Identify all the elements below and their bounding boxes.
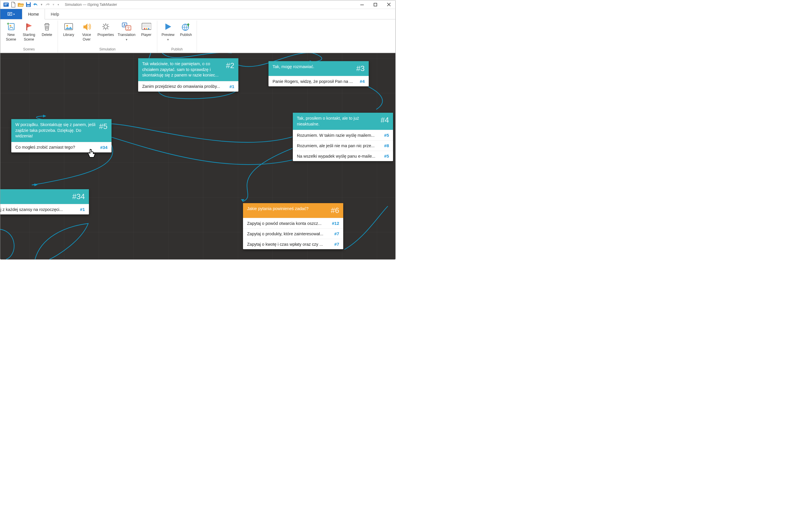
svg-rect-23 xyxy=(143,24,150,28)
preview-icon xyxy=(163,22,173,32)
library-label: Library xyxy=(63,33,74,37)
node-response-row[interactable]: Rozumiem. W takim razie wyślę mailem... … xyxy=(293,130,393,140)
scene-node-2[interactable]: Tak właściwie, to nie pamiętam, o co chc… xyxy=(138,58,239,92)
scene-node-4[interactable]: Tak, prosiłem o kontakt, ale to już niea… xyxy=(293,113,393,161)
node-header[interactable]: Tak, mogę rozmawiać. #3 xyxy=(269,61,369,76)
scene-node-5[interactable]: W porządku. Skontaktuję się z panem, jeś… xyxy=(11,119,111,152)
node-header[interactable]: W porządku. Skontaktuję się z panem, jeś… xyxy=(11,119,111,142)
node-response-row[interactable]: Panie Rogers, widzę, że poprosił Pan na … xyxy=(269,76,369,86)
node-id: #3 xyxy=(356,64,365,73)
undo-dropdown-icon[interactable]: ▼ xyxy=(40,3,43,6)
response-text: ystaj z każdej szansy na rozpoczęci... xyxy=(0,207,76,212)
node-response-row[interactable]: Zapytaj o kwotę i czas wpłaty oraz czy .… xyxy=(243,239,343,249)
node-response-row[interactable]: Zapytaj o produkty, które zainteresował.… xyxy=(243,228,343,239)
scene-node-34[interactable]: #34 ystaj z każdej szansy na rozpoczęci.… xyxy=(0,189,89,214)
node-response-row[interactable]: Zapytaj o powód otwarcia konta oszcz... … xyxy=(243,218,343,228)
svg-point-17 xyxy=(104,25,107,28)
response-text: Panie Rogers, widzę, że poprosił Pan na … xyxy=(273,79,356,84)
node-response-row[interactable]: ystaj z każdej szansy na rozpoczęci... #… xyxy=(0,204,89,214)
app-icon xyxy=(3,2,9,7)
translation-button[interactable]: A文 Translation▼ xyxy=(116,20,137,42)
open-icon[interactable] xyxy=(18,2,24,7)
player-button[interactable]: Player xyxy=(137,20,155,37)
close-button[interactable] xyxy=(382,0,395,9)
ribbon: New Scene Starting Scene Delete Scenes xyxy=(0,19,395,53)
node-header[interactable]: Tak, prosiłem o kontakt, ale to już niea… xyxy=(293,113,393,130)
svg-point-24 xyxy=(144,28,146,30)
svg-text:文: 文 xyxy=(127,26,130,30)
library-icon xyxy=(64,22,74,32)
node-header[interactable]: Jakie pytania powinieneś zadać? #6 xyxy=(243,203,343,218)
svg-point-16 xyxy=(66,25,68,27)
voice-over-label: Voice Over xyxy=(82,33,91,42)
node-header[interactable]: #34 xyxy=(0,189,89,204)
node-id: #34 xyxy=(72,192,85,201)
redo-icon[interactable] xyxy=(45,2,50,7)
starting-scene-label: Starting Scene xyxy=(22,33,35,42)
new-scene-label: New Scene xyxy=(6,33,16,42)
response-link-id: #7 xyxy=(334,242,339,247)
response-text: Zapytaj o produkty, które zainteresował.… xyxy=(247,231,331,236)
svg-rect-9 xyxy=(9,13,11,14)
voice-over-button[interactable]: Voice Over xyxy=(78,20,95,42)
delete-label: Delete xyxy=(42,33,52,37)
save-icon[interactable] xyxy=(26,2,31,7)
properties-label: Properties xyxy=(97,33,114,37)
undo-icon[interactable] xyxy=(33,2,39,7)
scene-node-3[interactable]: Tak, mogę rozmawiać. #3 Panie Rogers, wi… xyxy=(269,61,369,86)
player-icon xyxy=(141,22,151,32)
svg-rect-7 xyxy=(374,3,377,6)
node-title: W porządku. Skontaktuję się z panem, jeś… xyxy=(15,122,96,139)
properties-icon xyxy=(101,22,111,32)
ribbon-group-scenes: New Scene Starting Scene Delete Scenes xyxy=(0,20,58,52)
group-label-publish: Publish xyxy=(171,47,183,52)
node-response-row[interactable]: Rozumiem, ale jeśli nie ma pan nic prze.… xyxy=(293,140,393,151)
scene-canvas[interactable]: Tak właściwie, to nie pamiętam, o co chc… xyxy=(0,53,395,259)
tab-home[interactable]: Home xyxy=(22,9,45,19)
redo-dropdown-icon[interactable]: ▼ xyxy=(52,3,55,6)
ribbon-tab-strip: Home Help xyxy=(0,9,395,19)
new-file-icon[interactable] xyxy=(11,2,16,7)
window-title: Simulation — iSpring TalkMaster xyxy=(65,3,117,7)
preview-button[interactable]: Preview▼ xyxy=(159,20,177,42)
svg-point-26 xyxy=(148,28,150,30)
node-response-row[interactable]: Co mogłeś zrobić zamiast tego? #34 xyxy=(11,142,111,152)
group-label-scenes: Scenes xyxy=(23,47,35,52)
maximize-button[interactable] xyxy=(369,0,382,9)
response-link-id: #8 xyxy=(384,143,389,148)
starting-scene-icon xyxy=(24,22,34,32)
node-title: Tak właściwie, to nie pamiętam, o co chc… xyxy=(142,61,223,78)
response-text: Zapytaj o powód otwarcia konta oszcz... xyxy=(247,221,328,226)
node-response-row[interactable]: Na wszelki wypadek wyślę panu e-maile...… xyxy=(293,151,393,161)
response-link-id: #1 xyxy=(80,207,85,212)
svg-rect-5 xyxy=(27,5,30,7)
tab-help[interactable]: Help xyxy=(45,9,65,19)
response-text: Rozumiem, ale jeśli nie ma pan nic prze.… xyxy=(297,143,381,148)
file-tab[interactable] xyxy=(0,9,22,19)
group-label-simulation: Simulation xyxy=(100,47,116,52)
scene-node-6[interactable]: Jakie pytania powinieneś zadać? #6 Zapyt… xyxy=(243,203,343,249)
svg-rect-14 xyxy=(26,24,27,30)
node-response-row[interactable]: Zanim przejdziesz do omawiania prośby...… xyxy=(138,81,239,92)
translation-label: Translation▼ xyxy=(118,33,135,42)
preview-label: Preview▼ xyxy=(162,33,174,42)
response-link-id: #4 xyxy=(360,79,365,84)
new-scene-icon xyxy=(6,22,16,32)
svg-rect-4 xyxy=(27,2,30,4)
library-button[interactable]: Library xyxy=(60,20,78,37)
response-text: Zapytaj o kwotę i czas wpłaty oraz czy .… xyxy=(247,242,331,247)
translation-icon: A文 xyxy=(122,22,132,32)
svg-text:A: A xyxy=(123,23,126,27)
node-title: Jakie pytania powinieneś zadać? xyxy=(247,206,328,212)
delete-button[interactable]: Delete xyxy=(38,20,56,37)
publish-button[interactable]: Publish xyxy=(177,20,195,37)
properties-button[interactable]: Properties xyxy=(95,20,116,37)
response-link-id: #5 xyxy=(384,133,389,138)
starting-scene-button[interactable]: Starting Scene xyxy=(20,20,38,42)
node-title: Tak, prosiłem o kontakt, ale to już niea… xyxy=(297,116,378,127)
new-scene-button[interactable]: New Scene xyxy=(2,20,20,42)
qat-customize-icon[interactable]: ▾ xyxy=(58,3,59,6)
minimize-button[interactable] xyxy=(355,0,369,9)
node-header[interactable]: Tak właściwie, to nie pamiętam, o co chc… xyxy=(138,58,239,81)
node-id: #5 xyxy=(99,122,107,131)
